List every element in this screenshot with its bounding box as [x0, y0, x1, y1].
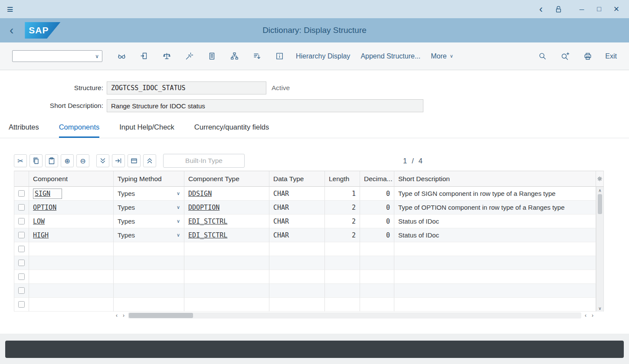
cut-button[interactable]: ✂	[14, 154, 27, 167]
back-icon[interactable]: ‹	[535, 3, 547, 15]
decimals-cell: 0	[360, 201, 394, 214]
row-select-checkbox[interactable]	[18, 232, 25, 238]
compare-button[interactable]	[159, 49, 174, 64]
row-select-checkbox[interactable]	[18, 246, 25, 252]
component-type-link[interactable]: DDSIGN	[188, 190, 212, 198]
select-block-button[interactable]	[128, 154, 141, 167]
component-cell-cursor: SIGN	[33, 188, 62, 199]
runtime-object-button[interactable]	[204, 49, 219, 64]
sort-button[interactable]	[249, 49, 264, 64]
short-description-cell: Type of SIGN component in row type of a …	[394, 187, 596, 201]
paste-button[interactable]	[45, 154, 58, 167]
tab-attributes[interactable]: Attributes	[9, 123, 39, 138]
expand-all-button[interactable]	[96, 154, 109, 167]
copy-object-button[interactable]	[137, 49, 151, 64]
chevron-down-icon: ∨	[177, 205, 180, 210]
minimize-icon[interactable]: ─	[576, 3, 587, 15]
move-entry-button[interactable]	[112, 154, 125, 167]
structure-field[interactable]: ZOGTCSS_IDOC_STATUS	[107, 81, 266, 94]
horizontal-scroll-thumb[interactable]	[129, 313, 193, 318]
vertical-scroll-thumb[interactable]	[598, 194, 602, 214]
table-row: OPTION Types∨ DDOPTION CHAR 2 0 Type of …	[14, 201, 596, 214]
typing-method-dropdown[interactable]: Types∨	[114, 214, 184, 228]
component-link[interactable]: SIGN	[35, 190, 50, 198]
hierarchy-button[interactable]	[227, 49, 242, 64]
row-select-checkbox[interactable]	[18, 260, 25, 266]
menu-icon[interactable]: ≡	[7, 4, 13, 15]
horizontal-scroll-track[interactable]	[128, 312, 581, 318]
print-icon[interactable]	[580, 49, 595, 64]
row-select-checkbox[interactable]	[18, 287, 25, 294]
pager-current: 1	[403, 157, 407, 165]
row-select-checkbox[interactable]	[18, 273, 25, 280]
maximize-icon[interactable]: □	[593, 3, 605, 15]
typing-method-dropdown[interactable]: Types∨	[114, 187, 184, 201]
short-description-row: Short Description: Range Structure for I…	[0, 99, 629, 112]
table-header-row: Component Typing Method Component Type D…	[14, 171, 596, 187]
short-description-field[interactable]: Range Structure for IDOC status	[107, 99, 423, 112]
append-structure-button[interactable]: Append Structure...	[355, 52, 426, 60]
scroll-left-icon[interactable]: ‹	[582, 312, 589, 319]
more-menu-button[interactable]: More∨	[426, 52, 459, 60]
command-field[interactable]: ∨	[12, 50, 102, 62]
scroll-down-icon[interactable]: ∨	[596, 305, 603, 312]
built-in-type-button[interactable]: Built-In Type	[163, 154, 245, 168]
activate-button[interactable]	[182, 49, 197, 64]
header-short-description: Short Description	[394, 171, 596, 187]
copy-button[interactable]	[29, 154, 43, 167]
collapse-all-button[interactable]	[143, 154, 156, 167]
insert-row-button[interactable]: ⊕	[61, 154, 74, 167]
component-type-link[interactable]: DDOPTION	[188, 204, 219, 211]
table-row-empty	[14, 270, 596, 284]
typing-method-dropdown[interactable]: Types∨	[114, 228, 184, 242]
hierarchy-display-button[interactable]: Hierarchy Display	[291, 52, 355, 60]
scroll-right-icon[interactable]: ›	[120, 312, 127, 319]
decimals-cell: 0	[360, 214, 394, 228]
status-bar	[5, 341, 624, 358]
tab-strip: Attributes Components Input Help/Check C…	[0, 117, 629, 138]
close-icon[interactable]: ×	[611, 3, 622, 15]
tab-currency-quantity-fields[interactable]: Currency/quantity fields	[194, 123, 269, 138]
header-typing-method: Typing Method	[114, 171, 184, 187]
chevron-down-icon: ∨	[177, 218, 180, 224]
row-select-checkbox[interactable]	[18, 204, 25, 211]
row-select-checkbox[interactable]	[18, 190, 25, 197]
typing-method-value: Types	[118, 190, 135, 197]
display-change-button[interactable]	[114, 49, 129, 64]
component-type-link[interactable]: EDI_STCTRL	[188, 218, 227, 225]
table-settings-icon[interactable]	[596, 171, 604, 187]
scroll-right-icon[interactable]: ›	[589, 312, 596, 319]
component-link[interactable]: LOW	[33, 218, 45, 225]
tab-components[interactable]: Components	[59, 123, 100, 138]
row-select-checkbox[interactable]	[18, 218, 25, 224]
row-select-checkbox[interactable]	[18, 301, 25, 308]
search-icon[interactable]	[535, 49, 550, 64]
navigate-back-icon[interactable]: ‹	[10, 24, 13, 36]
search-more-icon[interactable]	[558, 49, 573, 64]
delete-row-button[interactable]: ⊖	[76, 154, 89, 167]
data-type-cell: CHAR	[269, 201, 325, 214]
chevron-down-icon[interactable]: ∨	[92, 53, 102, 59]
exit-button[interactable]: Exit	[605, 52, 617, 60]
component-link[interactable]: OPTION	[33, 204, 56, 211]
vertical-scrollbar: ∧ ∨	[596, 171, 604, 312]
scroll-up-icon[interactable]: ∧	[596, 187, 603, 194]
more-label: More	[431, 52, 446, 60]
vertical-scroll-track[interactable]: ∧ ∨	[596, 187, 604, 312]
information-button[interactable]	[272, 49, 287, 64]
chevron-down-icon: ∨	[450, 53, 453, 59]
scroll-left-icon[interactable]: ‹	[113, 312, 120, 319]
data-type-cell: CHAR	[269, 214, 325, 228]
header-select-column	[14, 171, 29, 187]
header-decimals: Decima...	[360, 171, 394, 187]
component-link[interactable]: HIGH	[33, 231, 49, 239]
tab-input-help-check[interactable]: Input Help/Check	[119, 123, 174, 138]
data-type-cell: CHAR	[269, 187, 325, 201]
component-type-link[interactable]: EDI_STCTRL	[188, 231, 227, 239]
data-type-cell: CHAR	[269, 228, 325, 242]
decimals-cell: 0	[360, 228, 394, 242]
typing-method-dropdown[interactable]: Types∨	[114, 201, 184, 214]
toolbar-right-group: Exit	[531, 49, 617, 64]
cut-icon: ✂	[17, 157, 23, 165]
lock-icon[interactable]	[553, 3, 564, 15]
